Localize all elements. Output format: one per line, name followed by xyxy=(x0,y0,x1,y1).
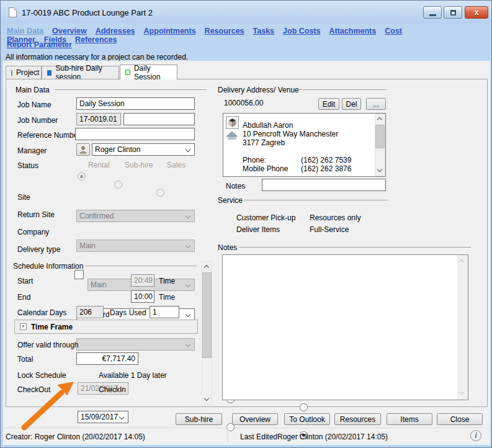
company-label: Company xyxy=(17,228,49,236)
service-radio-resources-only[interactable] xyxy=(300,403,308,411)
reference-number-label: Reference Number xyxy=(17,131,80,140)
nav-link-main-data[interactable]: Main Data xyxy=(7,27,43,35)
site-select: Main xyxy=(76,240,195,252)
notes-scrollbar[interactable] xyxy=(457,255,468,400)
status-radio-sales[interactable] xyxy=(156,189,164,197)
manager-picker-button[interactable] xyxy=(76,143,90,156)
manager-select[interactable]: Roger Clinton xyxy=(92,143,195,156)
nav-link-appointments[interactable]: Appointments xyxy=(144,27,196,35)
scroll-up-button[interactable] xyxy=(202,262,212,272)
delivery-account-number: 1000056.00 xyxy=(224,99,263,107)
scroll-down-button[interactable] xyxy=(375,166,385,176)
end-label: End xyxy=(17,293,30,302)
chevron-down-icon xyxy=(459,390,464,395)
restore-icon xyxy=(450,10,456,16)
info-icon[interactable]: i xyxy=(470,430,481,441)
edit-address-button[interactable]: Edit xyxy=(318,98,339,110)
status-separator xyxy=(228,429,228,442)
nav-link-references[interactable]: References xyxy=(75,35,117,44)
scroll-down-button[interactable] xyxy=(457,388,467,398)
job-number-input: 17-0019.01 xyxy=(76,113,121,125)
last-edited-label: Last Edited: xyxy=(240,432,279,441)
return-site-checkbox[interactable] xyxy=(74,270,84,279)
reference-number-input[interactable] xyxy=(75,128,195,140)
main-data-section-title: Main Data xyxy=(16,86,50,94)
nav-link-resources[interactable]: Resources xyxy=(205,27,244,35)
end-time-input[interactable]: 10:00 xyxy=(131,290,154,303)
chevron-down-icon xyxy=(204,396,209,401)
nav-link-tasks[interactable]: Tasks xyxy=(253,27,275,35)
nav-link-report-parameter[interactable]: Report Parameter xyxy=(7,40,72,49)
overview-button[interactable]: Overview xyxy=(232,413,278,425)
full-service-label: Full-Service xyxy=(310,225,349,234)
days-used-input[interactable]: 1 xyxy=(150,306,179,318)
job-name-input[interactable]: Daily Session xyxy=(76,97,195,110)
sub-hire-button[interactable]: Sub-hire xyxy=(176,413,222,425)
address-card-scrollbar[interactable] xyxy=(375,114,385,176)
service-section-title: Service xyxy=(218,196,243,205)
main-data-divider xyxy=(55,89,207,90)
phone-label: Phone: xyxy=(243,156,266,164)
delivery-notes-input[interactable] xyxy=(262,179,386,191)
scroll-up-button[interactable] xyxy=(375,114,385,124)
status-sales-label: Sales xyxy=(167,161,186,169)
nav-link-addresses[interactable]: Addresses xyxy=(96,27,135,35)
to-outlook-button[interactable]: To Outlook xyxy=(284,413,330,425)
job-number-suffix-input[interactable] xyxy=(123,113,195,125)
subhire-tab-icon xyxy=(47,70,51,76)
job-number-label: Job Number xyxy=(17,116,58,125)
delivery-type-label: Delivery type xyxy=(17,245,60,254)
chevron-down-icon xyxy=(186,282,190,287)
chevron-down-icon xyxy=(119,414,124,419)
time-frame-expander[interactable]: + Time Frame xyxy=(14,320,198,334)
nav-link-overview[interactable]: Overview xyxy=(52,27,87,35)
close-form-button[interactable]: Close xyxy=(437,413,483,425)
status-subhire-label: Sub-hire xyxy=(125,161,153,169)
address-card: Abdullah Aaron 10 Pencroft Way Mancheste… xyxy=(223,113,386,177)
chevron-up-icon xyxy=(459,259,464,264)
available-later-label: Available 1 Day later xyxy=(99,371,167,380)
expand-plus-icon[interactable]: + xyxy=(20,323,27,330)
close-button[interactable]: x xyxy=(465,6,488,19)
chevron-down-icon xyxy=(377,167,382,172)
left-panel-scrollbar[interactable] xyxy=(202,261,212,405)
window-title: 17-0019 ABC Product Lounge Part 2 xyxy=(22,8,153,17)
start-time-label: Time xyxy=(159,277,175,285)
restore-button[interactable] xyxy=(444,6,462,19)
nav-link-attachments[interactable]: Attachments xyxy=(329,27,377,35)
delivery-type-select[interactable] xyxy=(76,338,195,351)
phone-value: (162) 262 7539 xyxy=(301,156,351,164)
tab-daily-session[interactable]: Daily Session xyxy=(120,65,177,79)
calendar-days-input: 206 xyxy=(76,306,104,318)
minimize-icon xyxy=(429,14,436,16)
mobile-phone-label: Mobile Phone xyxy=(243,164,288,173)
scroll-down-button[interactable] xyxy=(202,395,212,405)
tab-project[interactable]: Project xyxy=(6,66,42,79)
scrollbar-thumb[interactable] xyxy=(375,125,385,148)
scrollbar-thumb[interactable] xyxy=(202,272,212,358)
window-bottom-edge xyxy=(3,444,490,445)
nav-links-row2: Report Parameter xyxy=(7,40,81,49)
start-time-input: 20:49 xyxy=(131,274,154,287)
total-input[interactable]: €7,717.40 xyxy=(76,352,138,365)
delete-address-button[interactable]: Del xyxy=(342,98,361,110)
package-icon-button[interactable] xyxy=(226,116,239,129)
service-divider xyxy=(244,200,388,200)
tab-project-label: Project xyxy=(16,68,39,77)
status-radio-subhire[interactable] xyxy=(114,181,122,189)
end-date-select[interactable]: 15/09/2017 xyxy=(78,411,128,423)
notes-textarea[interactable] xyxy=(222,254,468,400)
items-button[interactable]: Items xyxy=(387,413,432,425)
resources-button[interactable]: Resources xyxy=(334,413,381,425)
checkin-label: CheckIn xyxy=(99,385,126,394)
status-radio-rental[interactable] xyxy=(78,172,86,181)
nav-link-job-costs[interactable]: Job Costs xyxy=(283,27,320,35)
tab-sub-hire-daily-session[interactable]: Sub-hire Daily session xyxy=(42,66,119,79)
delivery-divider xyxy=(297,89,387,90)
minimize-button[interactable] xyxy=(423,6,442,19)
calendar-days-label: Calendar Days xyxy=(17,308,66,317)
offer-valid-label: Offer valid through xyxy=(17,341,79,349)
status-state-select: Confirmed xyxy=(76,210,195,222)
scroll-up-button[interactable] xyxy=(457,256,467,266)
browse-address-button[interactable]: ... xyxy=(366,98,386,110)
